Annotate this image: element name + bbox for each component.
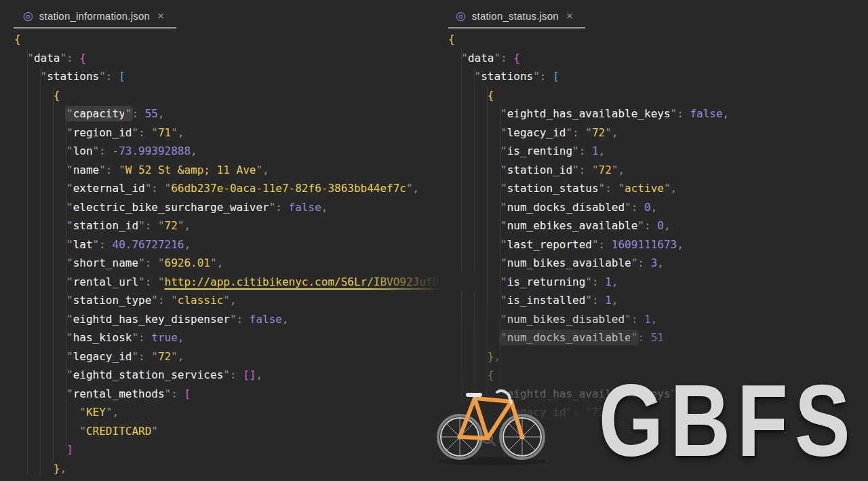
code-token: [448, 89, 488, 102]
code-token: ":: [572, 145, 592, 157]
code-token: legacy_id: [507, 126, 566, 139]
code-token: 66db237e-0aca-11e7-82f6-3863bb44ef7c: [171, 182, 406, 195]
bicycle-icon: [434, 377, 549, 467]
code-token: ]: [66, 443, 73, 456]
code-token: ,: [184, 238, 191, 251]
code-token: ": [14, 294, 73, 307]
code-line: "stations": [: [448, 67, 729, 86]
code-token: ,: [191, 145, 197, 157]
close-icon[interactable]: ×: [566, 10, 573, 22]
code-token: ": ": [572, 163, 599, 176]
code-token: ",: [210, 256, 223, 269]
code-token: {: [54, 89, 60, 102]
tab-station-status[interactable]: ◎ station_status.json ×: [448, 7, 573, 24]
code-line: "lat": 40.76727216,: [14, 235, 465, 254]
code-line: "region_id": "71",: [14, 123, 465, 142]
code-token: :: [132, 107, 144, 120]
code-line: "station_id": "72",: [14, 216, 465, 235]
code-token: ": [14, 70, 47, 83]
code-token: ": ": [132, 350, 158, 363]
code-token: ": [448, 238, 507, 251]
code-editor-station-information[interactable]: { "data": { "stations": [ { "capacity": …: [14, 30, 465, 481]
code-token: station_type: [73, 294, 152, 307]
code-line: "station_type": "classic",: [14, 291, 465, 310]
code-token: data: [468, 52, 494, 64]
code-token: ":: [494, 52, 513, 64]
code-line: {: [448, 86, 729, 105]
code-line: "rental_methods": [: [14, 385, 465, 404]
code-token: ": [14, 52, 34, 64]
code-line: "data": {: [14, 49, 465, 68]
code-line: {: [14, 30, 465, 49]
code-token: ": [14, 145, 73, 157]
code-token: ",: [106, 406, 119, 419]
code-token: [: [553, 70, 559, 83]
code-token: ,: [60, 462, 66, 475]
code-line: "lon": -73.99392888,: [14, 142, 465, 161]
code-token: 1: [592, 145, 599, 157]
editor-window: ◎ station_information.json × ◎ station_s…: [0, 0, 868, 481]
code-line: },: [14, 459, 465, 478]
code-token: ,: [677, 238, 684, 251]
code-token: is_renting: [507, 145, 572, 157]
code-token: ",: [223, 294, 236, 307]
code-line: "name": "W 52 St &amp; 11 Ave",: [14, 161, 465, 180]
code-token: ": [448, 163, 507, 176]
code-token: has_kiosk: [73, 331, 132, 344]
code-token: ": [66, 107, 73, 120]
close-icon[interactable]: ×: [157, 10, 164, 22]
code-token: ":: [132, 331, 151, 344]
code-token: classic: [178, 294, 223, 307]
active-tab-indicator: [14, 27, 176, 28]
code-token: ": [448, 256, 507, 269]
code-token: ",: [612, 163, 625, 176]
code-token: external_id: [73, 182, 145, 195]
code-token: ": ": [138, 256, 165, 269]
code-token: 72: [592, 126, 605, 139]
code-token: 3: [651, 256, 658, 269]
code-token: 0: [644, 201, 651, 214]
code-line: "num_ebikes_available": 0,: [448, 216, 729, 235]
code-token: rental_url: [73, 275, 138, 288]
code-token: ": [448, 145, 507, 157]
code-token: ": [14, 126, 73, 139]
code-token: 72: [165, 219, 178, 232]
code-line: "station_status": "active",: [448, 179, 729, 198]
code-line: "short_name": "6926.01",: [14, 254, 465, 273]
code-token: -73.99392888: [113, 145, 191, 157]
code-line: "stations": [: [14, 67, 465, 86]
code-token: ": ": [145, 182, 172, 195]
code-token: legacy_id: [73, 350, 132, 363]
code-token: 55: [145, 107, 158, 120]
code-token: eightd_has_available_keys: [507, 107, 671, 120]
code-token: true: [151, 331, 178, 344]
code-line: "last_reported": 1609111673,: [448, 235, 729, 254]
code-token: data: [34, 52, 60, 64]
code-line: {: [14, 478, 465, 481]
code-token: ": [448, 107, 507, 120]
code-token: ,: [256, 368, 262, 381]
code-token: region_id: [73, 126, 132, 139]
code-token: ,: [599, 145, 606, 157]
code-token: ,: [651, 201, 658, 214]
code-token: false: [690, 107, 722, 120]
code-token: ": [14, 238, 73, 251]
fade-overlay: [366, 271, 475, 291]
code-token: ",: [406, 182, 419, 195]
code-token: eightd_station_services: [73, 368, 224, 381]
code-token: station_status: [507, 182, 599, 195]
code-token: 1: [605, 275, 612, 288]
json-file-icon: ◎: [23, 10, 33, 22]
code-token: ":: [533, 70, 553, 83]
code-token: []: [243, 368, 256, 381]
code-line: "has_kiosk": true,: [14, 328, 465, 347]
code-token: station_id: [73, 219, 138, 232]
code-token: ": [448, 70, 481, 83]
code-token: {: [488, 89, 494, 102]
code-line: "KEY",: [14, 403, 465, 422]
active-tab-indicator: [448, 27, 585, 28]
tab-station-information[interactable]: ◎ station_information.json ×: [14, 7, 164, 24]
code-token: ": [448, 219, 507, 232]
code-token: ,: [321, 201, 328, 214]
code-token: 72: [599, 163, 612, 176]
